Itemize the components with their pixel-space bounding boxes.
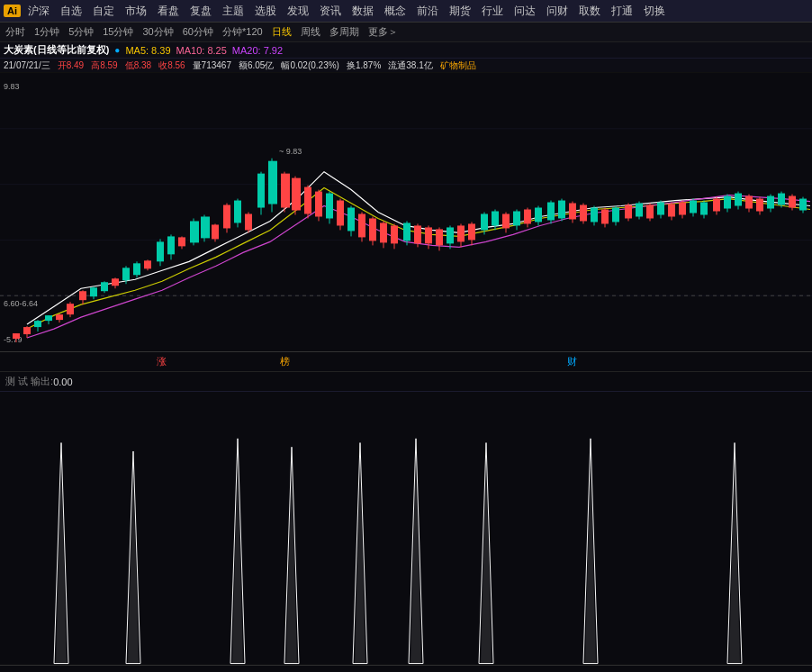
time-daily[interactable]: 日线	[270, 25, 293, 39]
nav-qushu[interactable]: 取数	[577, 4, 602, 19]
nav-qiehuan[interactable]: 切换	[642, 4, 667, 19]
nav-ziding[interactable]: 自定	[91, 4, 116, 19]
nav-shichang[interactable]: 市场	[123, 4, 149, 19]
svg-rect-135	[700, 203, 708, 215]
svg-rect-83	[414, 225, 421, 243]
nav-kanpan[interactable]: 看盘	[156, 4, 181, 19]
cai-label[interactable]: 财	[525, 355, 621, 368]
svg-rect-30	[122, 268, 130, 280]
nav-qihuo[interactable]: 期货	[447, 4, 473, 19]
time-1min[interactable]: 1分钟	[32, 25, 61, 39]
svg-rect-52	[245, 213, 252, 230]
time-multiperiod[interactable]: 多周期	[328, 25, 361, 39]
svg-rect-117	[601, 210, 609, 224]
time-5min[interactable]: 5分钟	[67, 25, 95, 39]
svg-rect-131	[679, 203, 686, 215]
svg-rect-12	[23, 327, 31, 334]
svg-rect-115	[591, 208, 598, 222]
svg-rect-63	[304, 187, 311, 214]
time-30min[interactable]: 30分钟	[141, 25, 176, 39]
svg-rect-20	[67, 304, 74, 314]
svg-rect-107	[547, 203, 555, 221]
stock-volume: 量713467	[193, 59, 231, 72]
ma20-label: MA20: 7.92	[232, 45, 283, 56]
indicator-value: 0.00	[53, 377, 72, 387]
svg-rect-40	[178, 237, 185, 246]
time-more[interactable]: 更多＞	[366, 25, 400, 39]
stock-info-bar: 大炭素(日线等比前复权) ● MA5: 8.39 MA10: 8.25 MA20…	[0, 42, 812, 59]
nav-faxian[interactable]: 发现	[285, 4, 311, 19]
svg-rect-44	[201, 216, 210, 238]
indicator-text: 测 试 输出:	[5, 375, 53, 388]
ma5-label: MA5: 8.39	[125, 45, 170, 56]
svg-rect-91	[457, 225, 465, 241]
svg-rect-34	[144, 260, 151, 268]
svg-rect-139	[724, 196, 731, 209]
stock-circulation: 流通38.1亿	[388, 59, 432, 72]
nav-xuangu[interactable]: 选股	[253, 4, 278, 19]
svg-rect-77	[380, 222, 387, 242]
time-15min[interactable]: 15分钟	[101, 25, 135, 39]
bottom-labels-bar: 涨 榜 财	[0, 352, 812, 372]
svg-rect-14	[34, 321, 41, 327]
chart-svg: 9.83 6.60-6.64 -5.79	[0, 73, 812, 351]
svg-rect-99	[502, 213, 510, 228]
stock-low: 低8.38	[125, 59, 151, 72]
svg-text:6.60-6.64: 6.60-6.64	[4, 299, 38, 308]
nav-shuju[interactable]: 数据	[350, 4, 375, 19]
svg-rect-121	[625, 205, 632, 219]
ma10-label: MA10: 8.25	[176, 45, 227, 56]
svg-rect-149	[778, 194, 785, 205]
top-nav: Ai 沪深 自选 自定 市场 看盘 复盘 主题 选股 发现 资讯 数据 概念 前…	[0, 0, 812, 23]
svg-rect-69	[337, 201, 344, 226]
svg-rect-97	[492, 212, 499, 226]
nav-qianyan[interactable]: 前沿	[415, 4, 440, 19]
stock-detail-bar: 21/07/21/三 开8.49 高8.59 低8.38 收8.56 量7134…	[0, 59, 812, 73]
svg-rect-26	[101, 282, 108, 291]
stock-industry: 矿物制品	[440, 59, 476, 72]
nav-wenda[interactable]: 问达	[512, 4, 537, 19]
time-weekly[interactable]: 周线	[299, 25, 322, 39]
svg-rect-42	[190, 221, 199, 242]
svg-rect-87	[436, 229, 443, 245]
nav-hangye[interactable]: 行业	[480, 4, 505, 19]
nav-wencai[interactable]: 问财	[545, 4, 570, 19]
time-120min[interactable]: 分钟*120	[221, 25, 265, 39]
svg-rect-79	[391, 225, 398, 243]
svg-rect-46	[212, 224, 219, 239]
stock-high: 高8.59	[91, 59, 117, 72]
nav-zixuan[interactable]: 自选	[59, 4, 84, 19]
time-60min[interactable]: 60分钟	[181, 25, 215, 39]
svg-rect-89	[447, 227, 454, 243]
svg-rect-119	[612, 208, 619, 222]
svg-rect-54	[257, 174, 265, 208]
indicator-bar: 测 试 输出: 0.00	[0, 372, 812, 392]
svg-rect-73	[358, 213, 365, 237]
nav-zhuti[interactable]: 主题	[221, 4, 246, 19]
svg-rect-95	[481, 213, 488, 230]
time-nav: 分时 1分钟 5分钟 15分钟 30分钟 60分钟 分钟*120 日线 周线 多…	[0, 23, 812, 42]
svg-text:~ 9.83: ~ 9.83	[279, 147, 302, 156]
ai-logo: Ai	[4, 5, 21, 17]
stock-date: 21/07/21/三	[4, 59, 50, 72]
nav-items: 沪深 自选 自定 市场 看盘 复盘 主题 选股 发现 资讯 数据 概念 前沿 期…	[26, 4, 667, 19]
signal-chart	[0, 392, 812, 672]
svg-rect-141	[735, 194, 742, 206]
svg-rect-111	[569, 204, 576, 220]
time-fenshi[interactable]: 分时	[4, 25, 27, 39]
nav-gainian[interactable]: 概念	[383, 4, 408, 19]
svg-rect-24	[90, 287, 97, 296]
nav-datong[interactable]: 打通	[609, 4, 635, 19]
svg-rect-154	[0, 392, 812, 672]
candlestick-chart[interactable]: 9.83 6.60-6.64 -5.79	[0, 73, 812, 352]
svg-rect-75	[369, 218, 376, 241]
zhang-label[interactable]: 涨	[114, 355, 211, 368]
nav-hushen[interactable]: 沪深	[26, 4, 51, 19]
svg-rect-151	[789, 196, 796, 208]
nav-fupan[interactable]: 复盘	[188, 4, 213, 19]
stock-turnover: 换1.87%	[347, 59, 381, 72]
svg-rect-32	[133, 263, 140, 275]
svg-rect-101	[513, 212, 520, 226]
nav-zixun[interactable]: 资讯	[318, 4, 343, 19]
pang-label[interactable]: 榜	[237, 355, 333, 368]
